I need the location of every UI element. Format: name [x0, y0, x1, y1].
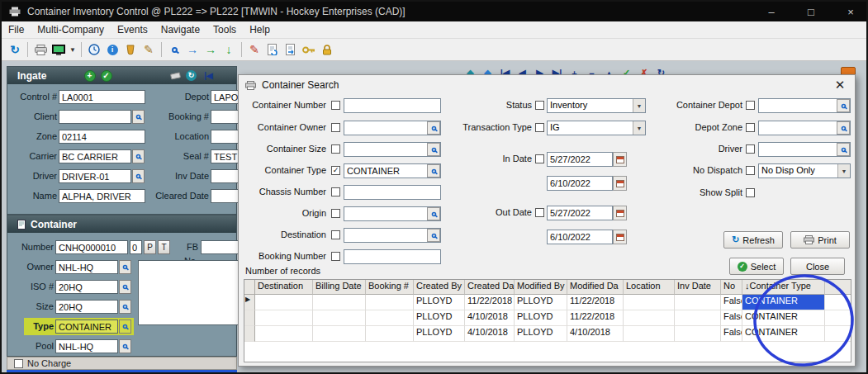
destination-lookup-button[interactable]: [427, 229, 440, 242]
booking-number-input[interactable]: [344, 249, 441, 264]
type-lookup-button[interactable]: [119, 320, 131, 334]
menu-file[interactable]: File: [2, 24, 31, 36]
info-icon[interactable]: i: [103, 41, 121, 59]
cell-container-type-selected[interactable]: CONTAINER: [742, 295, 825, 310]
cell-container-type[interactable]: CONTAINER: [742, 310, 825, 326]
container-depot-lookup-button[interactable]: [837, 99, 850, 112]
carrier-lookup-button[interactable]: [132, 149, 145, 163]
cell-created-date[interactable]: 11/22/2018: [465, 295, 515, 310]
green-arrow-down-icon[interactable]: ↓: [220, 41, 238, 59]
col-location[interactable]: Location: [624, 280, 675, 295]
number-aux-input[interactable]: [130, 240, 142, 254]
client-input[interactable]: [59, 110, 131, 124]
in-date-to-input[interactable]: [547, 176, 613, 191]
sync-icon[interactable]: ↻: [185, 69, 197, 82]
print-icon[interactable]: [31, 41, 50, 59]
cell-billing-date[interactable]: [313, 310, 366, 326]
driver-lookup-button[interactable]: [132, 169, 145, 183]
owner-lookup-button[interactable]: [119, 260, 131, 274]
minimize-button[interactable]: –: [764, 6, 779, 18]
cell-billing-date[interactable]: [313, 326, 366, 342]
cell-inv-date[interactable]: [675, 295, 721, 310]
t-button[interactable]: T: [158, 240, 170, 254]
container-number-checkbox[interactable]: [331, 101, 340, 110]
out-date-checkbox[interactable]: [535, 208, 544, 217]
client-lookup-button[interactable]: [132, 110, 145, 124]
cell-booking[interactable]: [366, 326, 414, 342]
cell-location[interactable]: [624, 326, 675, 342]
container-type-lookup-button[interactable]: [427, 164, 440, 178]
pool-input[interactable]: [55, 339, 118, 353]
col-created-date[interactable]: Created Da: [465, 280, 515, 295]
booking-number-checkbox[interactable]: [331, 252, 340, 261]
cell-no[interactable]: False: [721, 310, 742, 326]
doc-sync-icon[interactable]: [282, 41, 300, 59]
container-depot-checkbox[interactable]: [746, 101, 755, 110]
green-arrow-right-icon[interactable]: →: [202, 41, 220, 59]
cell-created-date[interactable]: 4/10/2018: [465, 310, 515, 326]
menu-tools[interactable]: Tools: [206, 24, 243, 36]
menu-multi-company[interactable]: Multi-Company: [31, 24, 111, 36]
out-date-to-input[interactable]: [547, 230, 613, 244]
fb-no-input[interactable]: [201, 240, 240, 254]
nav-first-icon[interactable]: |◀: [202, 69, 215, 82]
search-icon[interactable]: [165, 41, 183, 59]
transaction-type-checkbox[interactable]: [535, 123, 544, 132]
cell-created-by[interactable]: PLLOYD: [414, 295, 465, 310]
close-button[interactable]: ×: [843, 6, 858, 18]
chassis-number-input[interactable]: [344, 185, 441, 200]
col-billing-date[interactable]: Billing Date: [313, 280, 366, 295]
maximize-button[interactable]: □: [804, 6, 818, 18]
cell-booking[interactable]: [366, 295, 414, 310]
cell-container-type[interactable]: CONTAINER: [742, 326, 825, 342]
chassis-number-checkbox[interactable]: [331, 187, 340, 196]
driver-search-checkbox[interactable]: [746, 144, 755, 154]
out-date-from-calendar-button[interactable]: [613, 206, 627, 220]
in-date-to-calendar-button[interactable]: [613, 176, 627, 191]
iso-lookup-button[interactable]: [119, 280, 131, 294]
add-record-icon[interactable]: +: [83, 69, 96, 82]
container-type-checkbox[interactable]: ✓: [331, 166, 340, 175]
size-lookup-button[interactable]: [119, 300, 131, 314]
no-dispatch-select[interactable]: No Disp Only▼: [758, 163, 851, 178]
container-size-lookup-button[interactable]: [427, 143, 440, 156]
cell-modified-date[interactable]: 4/10/2018: [567, 326, 624, 342]
cell-modified-date[interactable]: 11/22/2018: [567, 295, 624, 310]
cell-destination[interactable]: [255, 326, 313, 342]
container-size-checkbox[interactable]: [331, 144, 340, 154]
cell-created-date[interactable]: 4/10/2018: [465, 326, 515, 342]
keys-icon[interactable]: [300, 41, 318, 59]
lock-icon[interactable]: [318, 41, 336, 59]
in-date-from-input[interactable]: [547, 152, 613, 167]
doc-refresh-icon[interactable]: [263, 41, 282, 59]
cell-modified-date[interactable]: 11/22/2018: [567, 310, 624, 326]
container-owner-lookup-button[interactable]: [427, 121, 440, 135]
carrier-input[interactable]: [59, 149, 131, 163]
out-date-to-calendar-button[interactable]: [613, 230, 627, 244]
pool-lookup-button[interactable]: [119, 339, 131, 353]
red-pencil-icon[interactable]: ✎: [245, 41, 263, 59]
cell-no[interactable]: False: [721, 326, 742, 342]
col-modified-by[interactable]: Modified By: [515, 280, 567, 295]
p-button[interactable]: P: [144, 240, 156, 254]
cell-modified-by[interactable]: PLLOYD: [515, 295, 567, 310]
cell-destination[interactable]: [255, 295, 313, 310]
export-monitor-icon[interactable]: [50, 41, 68, 59]
cell-modified-by[interactable]: PLLOYD: [515, 310, 567, 326]
container-owner-checkbox[interactable]: [331, 123, 340, 132]
clock-icon[interactable]: [85, 41, 103, 59]
clear-icon[interactable]: [169, 69, 182, 82]
name-input[interactable]: [59, 189, 145, 203]
depot-zone-lookup-button[interactable]: [837, 121, 850, 135]
cell-location[interactable]: [624, 295, 675, 310]
size-input[interactable]: [55, 300, 118, 314]
driver-search-lookup-button[interactable]: [837, 143, 850, 156]
status-checkbox[interactable]: [535, 101, 544, 110]
depot-zone-checkbox[interactable]: [746, 123, 755, 132]
number-input[interactable]: [55, 240, 128, 254]
show-split-checkbox[interactable]: [746, 188, 755, 197]
iso-input[interactable]: [55, 280, 118, 294]
cell-modified-by[interactable]: PLLOYD: [515, 326, 567, 342]
col-modified-date[interactable]: Modified Da: [567, 280, 624, 295]
destination-checkbox[interactable]: [331, 230, 340, 239]
